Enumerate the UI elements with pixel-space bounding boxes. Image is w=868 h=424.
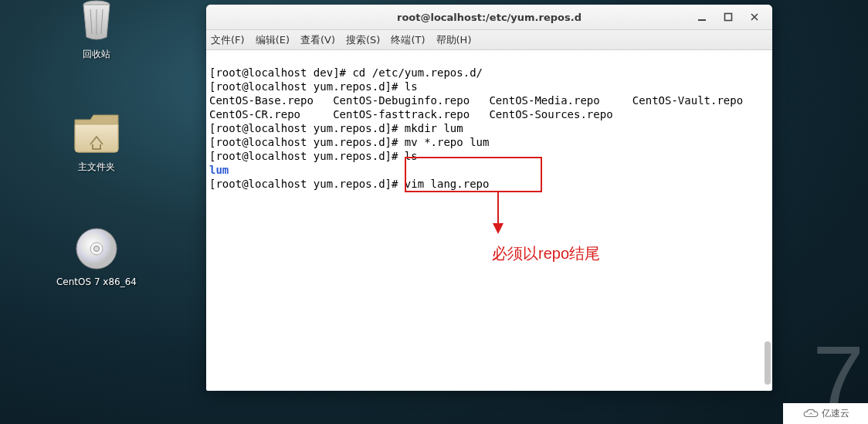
svg-rect-7: [698, 19, 706, 21]
disc-icon: [54, 226, 139, 272]
minimize-button[interactable]: [689, 6, 715, 28]
terminal-line: [root@localhost yum.repos.d]# mkdir lum: [209, 122, 463, 134]
menu-terminal[interactable]: 终端(T): [391, 33, 425, 47]
menubar: 文件(F) 编辑(E) 查看(V) 搜索(S) 终端(T) 帮助(H): [206, 30, 772, 50]
folder-home-icon: [54, 110, 139, 156]
cloud-icon: [802, 408, 819, 420]
window-controls: [689, 5, 768, 29]
terminal-line: [root@localhost dev]# cd /etc/yum.repos.…: [209, 66, 483, 79]
terminal-line: CentOS-CR.repo CentOS-fasttrack.repo Cen…: [209, 108, 613, 120]
desktop-icon-label: CentOS 7 x86_64: [54, 276, 139, 287]
desktop-icon-home[interactable]: 主文件夹: [54, 110, 139, 174]
terminal-line: [root@localhost yum.repos.d]# ls: [209, 150, 418, 162]
trash-icon: [54, 0, 139, 43]
terminal-window: root@localhost:/etc/yum.repos.d 文件(F) 编辑…: [206, 5, 772, 391]
terminal-directory: lum: [209, 164, 229, 176]
watermark-text: 亿速云: [822, 407, 849, 420]
menu-search[interactable]: 搜索(S): [346, 33, 380, 47]
svg-rect-8: [725, 14, 732, 21]
terminal-line: [root@localhost yum.repos.d]# mv *.repo …: [209, 136, 489, 148]
terminal-line: CentOS-Base.repo CentOS-Debuginfo.repo C…: [209, 94, 743, 107]
menu-view[interactable]: 查看(V): [300, 33, 335, 47]
desktop-icon-disc[interactable]: CentOS 7 x86_64: [54, 226, 139, 287]
desktop-icon-trash[interactable]: 回收站: [54, 0, 139, 61]
annotation-text: 必须以repo结尾: [492, 246, 600, 260]
terminal-output[interactable]: [root@localhost dev]# cd /etc/yum.repos.…: [206, 50, 772, 391]
terminal-line: [root@localhost yum.repos.d]# vim lang.r…: [209, 178, 489, 190]
desktop-icon-label: 回收站: [54, 48, 139, 61]
watermark: 亿速云: [783, 403, 868, 424]
menu-file[interactable]: 文件(F): [211, 33, 245, 47]
menu-edit[interactable]: 编辑(E): [256, 33, 290, 47]
scrollbar-thumb[interactable]: [765, 341, 771, 385]
window-titlebar[interactable]: root@localhost:/etc/yum.repos.d: [206, 5, 772, 30]
maximize-button[interactable]: [715, 6, 741, 28]
annotation-arrow-icon: [489, 192, 507, 236]
close-button[interactable]: [741, 6, 768, 28]
terminal-line: [root@localhost yum.repos.d]# ls: [209, 80, 418, 93]
svg-marker-10: [493, 223, 504, 234]
desktop-icon-label: 主文件夹: [54, 161, 139, 174]
svg-point-6: [94, 246, 100, 252]
window-title: root@localhost:/etc/yum.repos.d: [397, 12, 581, 23]
menu-help[interactable]: 帮助(H): [436, 33, 472, 47]
